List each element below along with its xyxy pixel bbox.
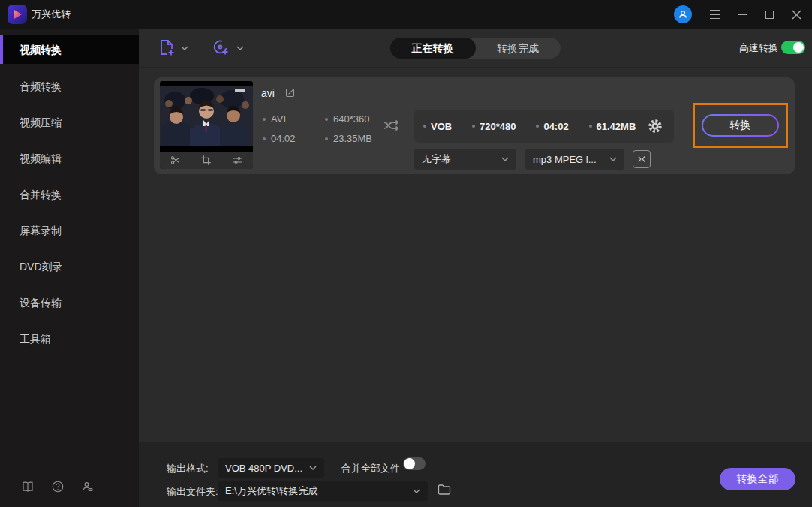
transfer-shuffle-icon <box>383 118 401 133</box>
thumbnail-toolbar <box>160 152 253 169</box>
merge-all-label: 合并全部文件 <box>341 462 400 475</box>
sidebar-item-label: 视频编辑 <box>20 152 62 164</box>
close-button[interactable] <box>786 5 806 24</box>
sidebar-item-video-compress[interactable]: 视频压缩 <box>0 104 139 140</box>
main-content: 正在转换 转换完成 高速转换 <box>139 29 812 507</box>
chevron-down-icon <box>309 466 317 470</box>
file-name: avi <box>261 87 275 99</box>
audio-track-select[interactable]: mp3 MPEG l... <box>525 149 624 170</box>
fast-convert-label: 高速转换 <box>739 41 778 55</box>
add-file-button[interactable] <box>158 38 177 58</box>
subtitle-select[interactable]: 无字幕 <box>414 149 516 170</box>
sidebar-item-label: 工具箱 <box>20 333 51 345</box>
content-header: 正在转换 转换完成 高速转换 <box>139 29 812 68</box>
output-format-label: 输出格式: <box>167 462 209 475</box>
video-thumbnail <box>160 81 253 169</box>
sidebar-item-dvd-burn[interactable]: DVD刻录 <box>0 249 139 285</box>
task-row: avi AVI 640*360 04:02 23.35MB <box>154 77 795 174</box>
convert-button[interactable]: 转换 <box>702 114 779 137</box>
tab-finished[interactable]: 转换完成 <box>476 38 561 59</box>
effects-sliders-icon[interactable] <box>231 155 243 167</box>
highlight-box: 转换 <box>693 103 788 148</box>
source-format: AVI <box>263 113 286 125</box>
output-size: 61.42MB <box>589 121 636 132</box>
bullet-dot <box>263 118 266 121</box>
output-format-select[interactable]: VOB 480P DVD... <box>218 458 324 478</box>
sidebar-item-label: 合并转换 <box>20 189 62 201</box>
sidebar-item-video-convert[interactable]: 视频转换 <box>0 35 139 64</box>
sidebar-list: 音频转换 视频压缩 视频编辑 合并转换 屏幕录制 DVD刻录 设备传输 工具箱 <box>0 68 139 357</box>
source-size: 23.35MB <box>325 133 372 144</box>
output-format: VOB <box>423 121 452 132</box>
guide-book-icon[interactable] <box>20 479 35 494</box>
app-logo-icon <box>8 5 27 24</box>
bullet-dot <box>423 125 426 128</box>
minimize-button[interactable] <box>732 5 752 24</box>
source-duration: 04:02 <box>263 133 296 144</box>
bullet-dot <box>325 137 328 140</box>
output-folder-label: 输出文件夹: <box>167 485 218 499</box>
tab-converting[interactable]: 正在转换 <box>390 38 476 59</box>
merge-all-toggle[interactable] <box>403 457 426 470</box>
sidebar-item-toolbox[interactable]: 工具箱 <box>0 321 139 357</box>
help-icon[interactable] <box>50 479 65 494</box>
crop-icon[interactable] <box>200 155 212 167</box>
divider <box>642 116 642 137</box>
sidebar-item-video-edit[interactable]: 视频编辑 <box>0 140 139 177</box>
app-title: 万兴优转 <box>32 0 71 29</box>
contact-people-icon[interactable] <box>80 479 95 494</box>
chevron-down-icon <box>501 157 509 161</box>
chevron-down-icon <box>413 489 420 493</box>
sidebar: 视频转换 音频转换 视频压缩 视频编辑 合并转换 屏幕录制 DVD刻录 设备传输… <box>0 29 139 507</box>
convert-all-button[interactable]: 转换全部 <box>720 468 795 490</box>
sidebar-item-label: 设备传输 <box>20 297 62 309</box>
output-folder-select[interactable]: E:\万兴优转\转换完成 <box>218 481 428 501</box>
sidebar-item-device-transfer[interactable]: 设备传输 <box>0 285 139 321</box>
bullet-dot <box>325 118 328 121</box>
trim-scissors-icon[interactable] <box>170 155 182 167</box>
bullet-dot <box>536 125 539 128</box>
collapse-icon[interactable] <box>633 150 651 168</box>
sidebar-footer <box>20 479 95 494</box>
sidebar-item-audio-convert[interactable]: 音频转换 <box>0 68 139 104</box>
rename-edit-icon[interactable] <box>284 87 296 98</box>
chevron-down-icon <box>609 157 617 161</box>
titlebar-controls <box>674 0 806 29</box>
output-settings-pill: VOB 720*480 04:02 61.42MB <box>414 110 674 143</box>
settings-gear-icon[interactable] <box>644 115 666 137</box>
menu-icon[interactable] <box>705 5 725 24</box>
add-dvd-chevron-down-icon[interactable] <box>236 46 244 50</box>
sidebar-item-screen-record[interactable]: 屏幕录制 <box>0 213 139 249</box>
titlebar: 万兴优转 <box>0 0 812 29</box>
output-duration: 04:02 <box>536 121 568 132</box>
bullet-dot <box>589 125 592 128</box>
add-dvd-button[interactable] <box>212 38 231 58</box>
fast-convert-toggle[interactable] <box>781 41 805 54</box>
sidebar-item-label: DVD刻录 <box>20 261 63 273</box>
bullet-dot <box>263 137 266 140</box>
source-resolution: 640*360 <box>325 113 369 125</box>
sidebar-item-label: 视频压缩 <box>20 116 62 128</box>
open-folder-icon[interactable] <box>438 484 451 496</box>
user-avatar[interactable] <box>674 5 692 23</box>
bullet-dot <box>472 125 475 128</box>
output-resolution: 720*480 <box>472 121 516 132</box>
task-tabs: 正在转换 转换完成 <box>390 38 561 59</box>
sidebar-item-merge-convert[interactable]: 合并转换 <box>0 177 139 213</box>
bottom-panel: 输出格式: VOB 480P DVD... 合并全部文件 输出文件夹: E:\万… <box>139 442 812 507</box>
sidebar-item-label: 屏幕录制 <box>20 225 62 237</box>
sidebar-item-label: 视频转换 <box>20 44 62 56</box>
add-file-chevron-down-icon[interactable] <box>181 46 188 50</box>
sidebar-item-label: 音频转换 <box>20 80 62 92</box>
maximize-button[interactable] <box>759 5 779 24</box>
